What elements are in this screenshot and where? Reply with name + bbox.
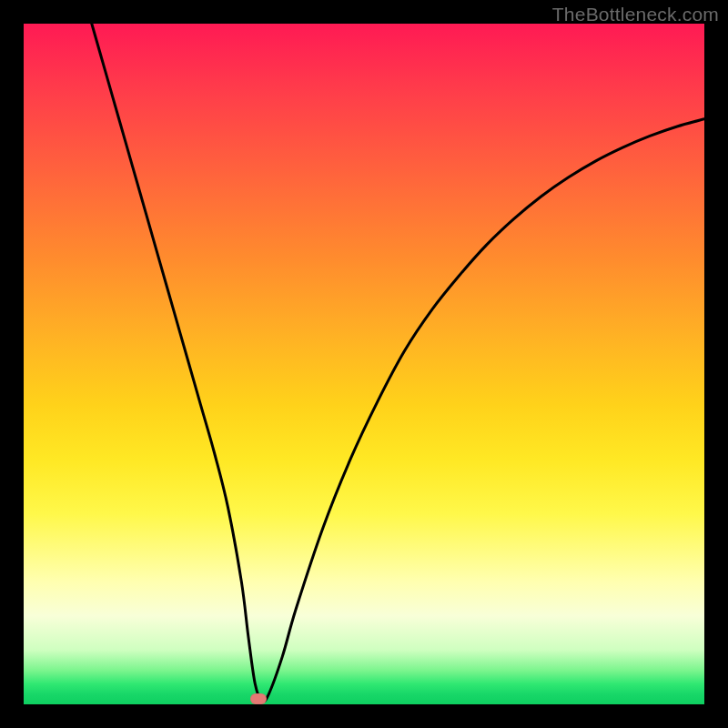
bottleneck-curve [92, 24, 704, 702]
watermark-text: TheBottleneck.com [552, 4, 719, 25]
plot-area [24, 24, 704, 704]
optimum-marker [250, 693, 267, 704]
chart-frame: TheBottleneck.com [0, 0, 728, 728]
curve-layer [24, 24, 704, 704]
